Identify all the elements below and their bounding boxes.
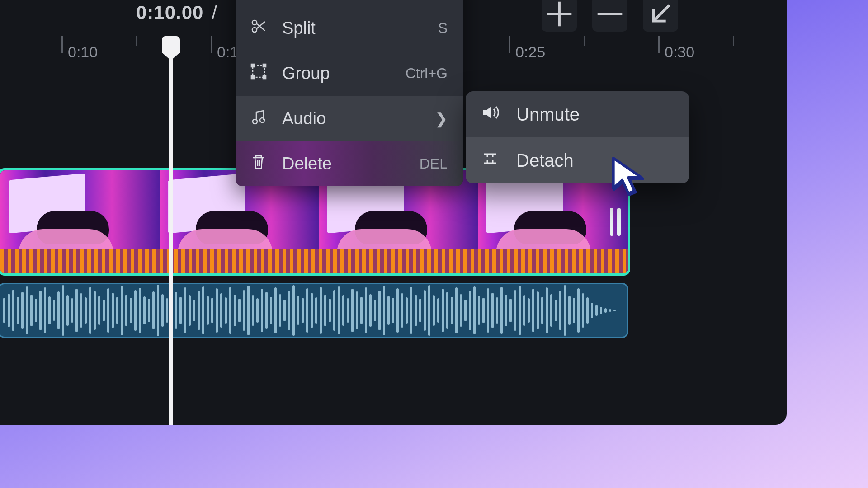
playhead-line — [169, 58, 173, 425]
menu-item-paste[interactable]: PasteCtrl+V — [236, 0, 463, 5]
clip-thumbnail — [478, 170, 628, 273]
scissors-icon — [250, 17, 268, 39]
music-icon — [250, 108, 268, 130]
ruler-tick-minor — [136, 36, 137, 46]
fit-icon — [643, 0, 678, 32]
svg-rect-8 — [263, 76, 266, 79]
menu-item-split[interactable]: SplitS — [236, 5, 463, 51]
ruler-tick-minor — [733, 36, 734, 46]
minus-icon — [592, 0, 627, 32]
trash-icon — [250, 153, 268, 175]
svg-rect-6 — [263, 64, 266, 67]
submenu-item-label: Detach — [516, 150, 574, 171]
menu-item-group[interactable]: GroupCtrl+G — [236, 51, 463, 96]
ruler-tick-label: 0:25 — [515, 43, 545, 61]
detach-icon — [480, 149, 500, 173]
ruler-tick — [658, 36, 660, 53]
timecode-current: 0:10.00 — [136, 2, 203, 23]
svg-point-2 — [252, 20, 257, 25]
context-menu[interactable]: PasteCtrl+VSplitSGroupCtrl+GAudio❯Delete… — [236, 0, 463, 186]
timeline-panel: 0:10.00/ 0:100:150:200:250:30 PasteCtrl+… — [0, 0, 787, 425]
mouse-cursor — [609, 156, 646, 195]
ruler-tick-label: 0:30 — [665, 43, 694, 61]
chevron-right-icon: ❯ — [435, 109, 448, 127]
group-icon — [250, 62, 268, 84]
ruler-tick-label: 0:10 — [68, 43, 98, 61]
svg-point-3 — [252, 28, 257, 32]
timecode-separator: / — [212, 2, 217, 23]
ruler-tick-minor — [584, 36, 585, 46]
ruler-tick — [61, 36, 63, 53]
clip-thumbnail — [0, 170, 160, 273]
menu-item-label: Audio — [282, 109, 420, 128]
menu-item-label: Group — [282, 64, 391, 83]
menu-item-delete[interactable]: DeleteDEL — [236, 141, 463, 186]
svg-point-10 — [260, 118, 264, 122]
menu-item-shortcut: DEL — [420, 155, 448, 172]
menu-item-shortcut: S — [438, 20, 448, 37]
ruler-tick — [211, 36, 212, 53]
menu-item-label: Delete — [282, 154, 405, 174]
menu-item-audio[interactable]: Audio❯ — [236, 96, 463, 141]
menu-item-shortcut: Ctrl+G — [406, 65, 448, 82]
submenu-item-unmute[interactable]: Unmute — [466, 91, 689, 137]
svg-rect-5 — [251, 64, 254, 67]
submenu-item-detach[interactable]: Detach — [466, 137, 689, 183]
audio-clip[interactable] — [0, 283, 628, 338]
zoom-in-button[interactable] — [542, 0, 577, 32]
zoom-out-button[interactable] — [592, 0, 627, 32]
speaker-icon — [480, 103, 500, 127]
svg-rect-7 — [251, 76, 254, 79]
timecode-display: 0:10.00/ — [136, 2, 217, 23]
audio-waveform — [0, 284, 627, 337]
menu-item-label: Split — [282, 19, 424, 38]
zoom-fit-button[interactable] — [643, 0, 678, 32]
playhead-handle[interactable] — [162, 36, 180, 53]
ruler-tick — [509, 36, 510, 53]
plus-icon — [542, 0, 577, 32]
svg-point-9 — [253, 119, 257, 124]
clip-right-handle[interactable] — [606, 201, 624, 243]
submenu-item-label: Unmute — [516, 104, 580, 125]
audio-submenu[interactable]: UnmuteDetach — [466, 91, 689, 183]
